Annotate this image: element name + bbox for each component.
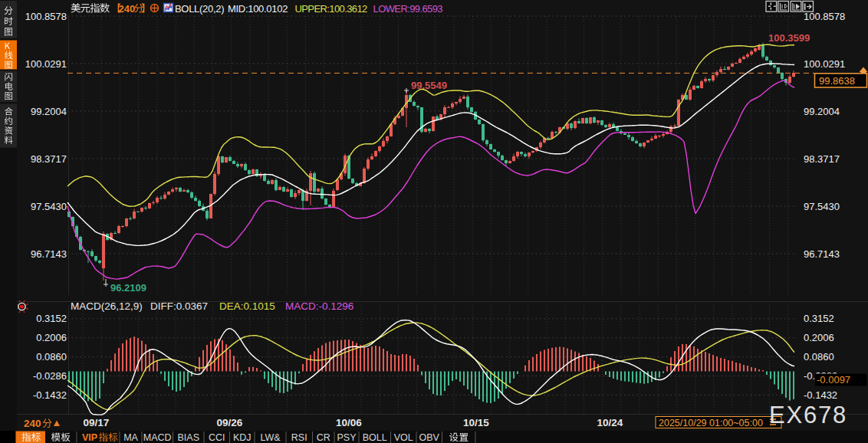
svg-text:0.2006: 0.2006 (36, 332, 67, 343)
svg-text:MACD(26,12,9): MACD(26,12,9) (71, 300, 143, 312)
svg-text:KDJ: KDJ (233, 432, 252, 443)
svg-text:100.0291: 100.0291 (25, 58, 67, 70)
svg-text:MACD: MACD (143, 432, 172, 443)
svg-text:240: 240 (24, 418, 41, 429)
svg-text:MACD:-0.1296: MACD:-0.1296 (285, 300, 353, 312)
svg-text:LOWER:99.6593: LOWER:99.6593 (373, 3, 443, 15)
svg-text:09/17: 09/17 (84, 417, 110, 428)
svg-text:97.5430: 97.5430 (31, 201, 67, 212)
svg-text:MID:100.0102: MID:100.0102 (228, 3, 288, 15)
svg-text:CR: CR (317, 432, 330, 443)
svg-text:09/26: 09/26 (217, 417, 243, 428)
svg-text:2025/10/29 01:00~05:00: 2025/10/29 01:00~05:00 (659, 418, 763, 428)
svg-text:96.2109: 96.2109 (110, 282, 146, 294)
svg-text:98.3717: 98.3717 (804, 153, 840, 165)
svg-text:97.5430: 97.5430 (804, 201, 840, 212)
svg-text:10/06: 10/06 (336, 417, 362, 428)
svg-text:10/24: 10/24 (597, 417, 623, 428)
svg-text:-0.1432: -0.1432 (33, 389, 67, 401)
svg-text:96.7143: 96.7143 (31, 248, 67, 260)
svg-text:-0.1432: -0.1432 (804, 389, 837, 401)
svg-text:10/15: 10/15 (463, 417, 489, 428)
svg-text:0.3152: 0.3152 (36, 313, 67, 324)
svg-text:UPPER:100.3612: UPPER:100.3612 (295, 3, 368, 15)
svg-text:99.8638: 99.8638 (819, 75, 855, 87)
svg-text:100.3599: 100.3599 (768, 32, 810, 44)
svg-text:99.2004: 99.2004 (804, 106, 840, 117)
svg-text:BOLL: BOLL (363, 432, 387, 443)
svg-text:-0.0286: -0.0286 (33, 370, 67, 382)
svg-text:0.2006: 0.2006 (804, 332, 834, 343)
svg-text:PSY: PSY (337, 432, 357, 443)
svg-text:0.0860: 0.0860 (804, 351, 834, 363)
svg-text:OBV: OBV (419, 432, 440, 443)
svg-text:100.8578: 100.8578 (25, 11, 67, 22)
svg-text:DIFF:0.0367: DIFF:0.0367 (150, 300, 208, 312)
svg-text:100.0291: 100.0291 (804, 58, 845, 70)
svg-text:VOL: VOL (394, 432, 413, 443)
svg-text:-0.0097: -0.0097 (817, 374, 850, 386)
svg-text:0.3152: 0.3152 (804, 313, 834, 324)
svg-text:96.7143: 96.7143 (804, 248, 840, 260)
svg-text:BOLL(20,2): BOLL(20,2) (175, 3, 224, 15)
svg-text:VIP: VIP (82, 432, 97, 443)
svg-text:CCI: CCI (209, 432, 225, 443)
svg-text:EX678: EX678 (769, 402, 847, 428)
svg-text:RSI: RSI (291, 432, 307, 443)
svg-text:MA: MA (123, 432, 138, 443)
svg-text:99.5549: 99.5549 (411, 80, 447, 91)
svg-text:BIAS: BIAS (178, 432, 200, 443)
svg-text:LW&: LW& (260, 432, 281, 443)
svg-text:98.3717: 98.3717 (31, 153, 67, 165)
svg-text:0.0860: 0.0860 (36, 351, 67, 363)
svg-text:DEA:0.1015: DEA:0.1015 (219, 300, 275, 312)
svg-text:240: 240 (119, 3, 136, 15)
svg-text:99.2004: 99.2004 (31, 106, 67, 117)
